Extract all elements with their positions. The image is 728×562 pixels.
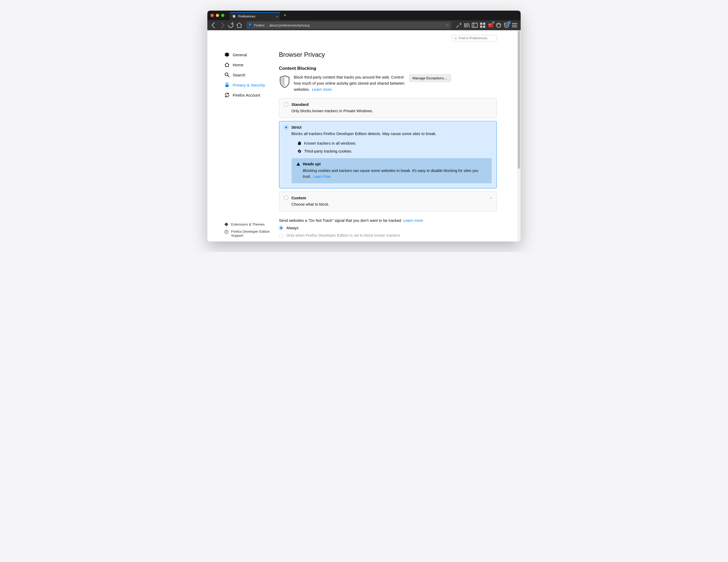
svg-rect-0 <box>472 23 477 27</box>
tab-title: Preferences <box>238 15 255 18</box>
window-controls <box>211 14 224 17</box>
strict-item-cookies: Third-party tracking cookies <box>297 149 492 153</box>
extensions-link[interactable]: Extensions & Themes <box>224 222 274 227</box>
svg-line-8 <box>456 39 457 40</box>
svg-rect-3 <box>483 23 485 25</box>
new-tab-button[interactable]: + <box>281 12 289 19</box>
nav-label: Home <box>233 63 243 67</box>
gear-icon <box>232 15 236 18</box>
lastpass-extension[interactable]: 5 <box>487 22 494 29</box>
nav-home[interactable]: Home <box>224 62 274 67</box>
heads-up-notice: Heads up! Blocking cookies and trackers … <box>292 158 492 183</box>
option-custom[interactable]: Custom Choose what to block. ⌄ <box>279 192 497 212</box>
identity-box[interactable]: Firefox <box>249 23 267 27</box>
search-input[interactable] <box>459 36 494 40</box>
badge-count: 5 <box>492 21 495 24</box>
privacy-extension-icon[interactable] <box>495 22 502 29</box>
chevron-down-icon[interactable]: ⌄ <box>490 196 492 199</box>
minimize-window-button[interactable] <box>216 14 219 17</box>
radio-dnt-only[interactable] <box>279 233 283 238</box>
svg-point-14 <box>299 151 299 151</box>
shield-icon <box>279 75 290 89</box>
menu-button[interactable] <box>511 22 518 29</box>
search-icon <box>224 72 230 78</box>
nav-label: Firefox Account <box>233 93 260 97</box>
warning-icon <box>296 162 300 166</box>
svg-point-9 <box>225 73 228 76</box>
page-title: Browser Privacy <box>279 51 497 58</box>
svg-point-7 <box>454 37 456 39</box>
nav-label: Search <box>233 73 246 77</box>
close-window-button[interactable] <box>211 14 214 17</box>
gear-icon <box>224 52 230 57</box>
nav-label: General <box>233 53 247 57</box>
sidebar-icon[interactable] <box>471 22 478 29</box>
toolbar-icons: 5 1 <box>455 22 518 29</box>
content-blocking-description: Block third-party content that tracks yo… <box>294 74 405 93</box>
scroll-thumb[interactable] <box>518 31 520 169</box>
svg-rect-11 <box>225 85 229 87</box>
support-link[interactable]: Firefox Developer Edition Support <box>224 230 274 238</box>
zoom-window-button[interactable] <box>221 14 224 17</box>
badge-count: 1 <box>508 21 511 24</box>
tab-preferences[interactable]: Preferences × <box>230 12 280 20</box>
firefox-icon <box>249 23 252 27</box>
svg-rect-5 <box>483 26 485 28</box>
devtools-icon[interactable] <box>455 22 462 29</box>
bookmark-star-icon[interactable]: ☆ <box>446 23 449 28</box>
option-strict[interactable]: Strict Blocks all trackers Firefox Devel… <box>279 121 497 189</box>
main-panel: Browser Privacy Content Blocking Block t… <box>274 41 507 242</box>
radio-custom[interactable] <box>284 196 288 200</box>
dnt-option-only[interactable]: Only when Firefox Developer Edition is s… <box>279 233 497 238</box>
pocket-icon[interactable]: 1 <box>503 22 510 29</box>
preferences-page: General Home Search <box>207 30 517 242</box>
titlebar: Preferences × + <box>207 11 521 20</box>
back-button[interactable] <box>210 22 217 29</box>
containers-icon[interactable] <box>479 22 486 29</box>
svg-point-15 <box>300 151 300 152</box>
url-text: about:preferences#privacy <box>269 23 446 27</box>
reload-button[interactable] <box>227 22 234 29</box>
svg-rect-4 <box>480 26 482 28</box>
home-icon <box>224 62 230 67</box>
strict-item-trackers: Known trackers in all windows <box>297 141 492 145</box>
radio-standard[interactable] <box>284 102 288 106</box>
nav-privacy[interactable]: Privacy & Security <box>224 82 274 88</box>
home-button[interactable] <box>235 22 243 29</box>
dnt-option-always[interactable]: Always <box>279 226 497 230</box>
preferences-sidebar: General Home Search <box>215 41 274 242</box>
url-bar[interactable]: Firefox about:preferences#privacy ☆ <box>247 22 451 29</box>
option-standard[interactable]: Standard Only blocks known trackers in P… <box>279 98 497 118</box>
section-heading: Content Blocking <box>279 66 497 71</box>
learn-how-link[interactable]: Learn how <box>313 174 330 179</box>
close-tab-button[interactable]: × <box>276 15 278 19</box>
forward-button[interactable] <box>219 22 226 29</box>
blocking-options: Standard Only blocks known trackers in P… <box>279 98 497 212</box>
learn-more-link[interactable]: Learn more <box>312 87 332 92</box>
nav-account[interactable]: Firefox Account <box>224 92 274 98</box>
nav-search[interactable]: Search <box>224 72 274 78</box>
tracker-icon <box>297 141 302 145</box>
lock-icon <box>224 82 230 88</box>
nav-general[interactable]: General <box>224 52 274 57</box>
cookie-icon <box>297 149 302 153</box>
dnt-section: Send websites a "Do Not Track" signal th… <box>279 219 497 238</box>
sync-icon <box>224 92 230 98</box>
svg-line-10 <box>228 76 229 77</box>
help-icon <box>224 230 229 234</box>
radio-strict[interactable] <box>284 125 288 130</box>
radio-dnt-always[interactable] <box>279 226 283 230</box>
svg-rect-2 <box>480 23 482 25</box>
library-icon[interactable] <box>463 22 470 29</box>
vertical-scrollbar[interactable] <box>517 30 521 242</box>
nav-label: Privacy & Security <box>233 83 265 87</box>
manage-exceptions-button[interactable]: Manage Exceptions… <box>409 74 451 82</box>
browser-window: Preferences × + Firefox about:preference… <box>207 11 521 242</box>
nav-toolbar: Firefox about:preferences#privacy ☆ 5 1 <box>207 20 521 30</box>
dnt-learn-more-link[interactable]: Learn more <box>403 219 423 223</box>
search-preferences[interactable] <box>452 35 497 41</box>
puzzle-icon <box>224 223 229 227</box>
content-area: General Home Search <box>207 30 521 242</box>
